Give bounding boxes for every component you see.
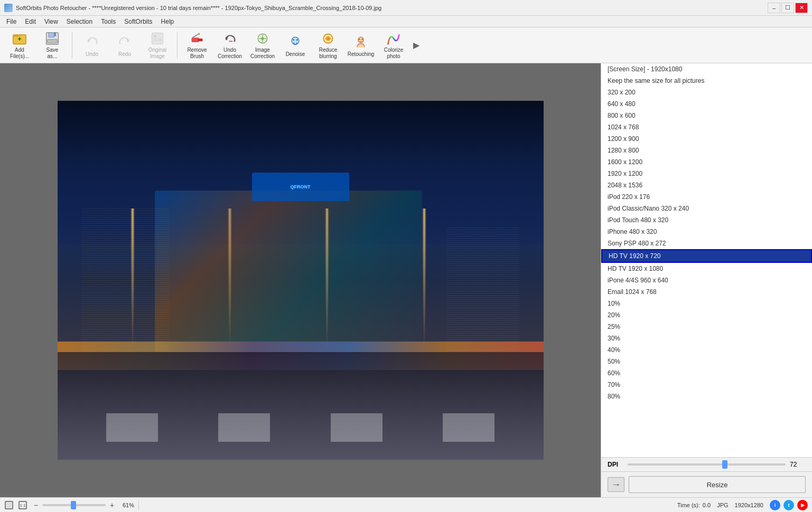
redo-icon xyxy=(116,33,133,50)
dropdown-item-16[interactable]: HD TV 1920 x 720 xyxy=(601,249,812,263)
dropdown-item-26[interactable]: 60% xyxy=(601,367,812,379)
undo-icon xyxy=(83,33,100,50)
dpi-slider[interactable] xyxy=(628,463,786,466)
dropdown-item-12[interactable]: iPod Classic/Nano 320 x 240 xyxy=(601,203,812,214)
twitter-button[interactable]: t xyxy=(783,500,794,510)
zoom-slider-container: − + xyxy=(32,501,116,509)
dropdown-item-14[interactable]: iPhone 480 x 320 xyxy=(601,226,812,238)
menu-help[interactable]: Help xyxy=(157,17,179,26)
close-button[interactable]: ✕ xyxy=(795,3,808,13)
photo-image: QFRONT xyxy=(58,101,544,460)
more-tools-icon: ▶ xyxy=(413,40,419,50)
dropdown-item-24[interactable]: 40% xyxy=(601,344,812,356)
dropdown-item-21[interactable]: 20% xyxy=(601,309,812,321)
svg-point-21 xyxy=(292,37,299,44)
resolution-text: 1920x1280 xyxy=(735,502,763,508)
title-text: SoftOrbits Photo Retoucher - ****Unregis… xyxy=(16,5,381,11)
dropdown-item-19[interactable]: Email 1024 x 768 xyxy=(601,286,812,298)
folder-add-icon: + xyxy=(11,31,28,46)
dropdown-item-25[interactable]: 50% xyxy=(601,356,812,367)
denoise-icon xyxy=(287,33,304,50)
dpi-label: DPI xyxy=(608,461,623,468)
menu-softorbits[interactable]: SoftOrbits xyxy=(120,17,156,26)
dropdown-item-27[interactable]: 70% xyxy=(601,379,812,391)
main-area: QFRONT [Screen Size] - 1920x1080Keep the… xyxy=(0,63,812,497)
dropdown-item-22[interactable]: 25% xyxy=(601,321,812,333)
zoom-actual-icon[interactable]: 1:1 xyxy=(18,500,27,510)
dropdown-item-7[interactable]: 1280 x 800 xyxy=(601,145,812,156)
app-icon xyxy=(4,4,13,12)
more-tools-button[interactable]: ▶ xyxy=(411,30,422,61)
resize-preset-dropdown[interactable]: [Screen Size] - 1920x1080Keep the same s… xyxy=(601,63,812,457)
undo-button[interactable]: Undo xyxy=(77,30,107,61)
menu-selection[interactable]: Selection xyxy=(62,17,97,26)
dropdown-item-3[interactable]: 640 x 480 xyxy=(601,98,812,110)
svg-marker-7 xyxy=(87,39,90,43)
zoom-slider-thumb[interactable] xyxy=(71,501,76,509)
svg-rect-5 xyxy=(54,32,57,36)
dropdown-item-17[interactable]: HD TV 1920 x 1080 xyxy=(601,263,812,274)
title-bar-controls[interactable]: – ☐ ✕ xyxy=(768,3,808,13)
svg-point-28 xyxy=(361,39,363,40)
dropdown-item-1[interactable]: Keep the same size for all pictures xyxy=(601,75,812,87)
dropdown-item-11[interactable]: iPod 220 x 176 xyxy=(601,191,812,203)
info-button[interactable]: i xyxy=(770,500,780,510)
undo-correction-button[interactable]: UndoCorrection xyxy=(214,30,245,61)
svg-line-13 xyxy=(192,34,199,37)
svg-rect-11 xyxy=(192,37,199,42)
undo-correction-icon xyxy=(221,31,238,46)
reduce-blurring-button[interactable]: Reduceblurring xyxy=(313,30,343,61)
redo-label: Redo xyxy=(118,51,131,57)
save-icon xyxy=(44,31,61,46)
status-bar: 1:1 − + 61% Time (s): 0.0 JPG 1920x1280 … xyxy=(0,497,812,512)
colorize-label: Colorizephoto xyxy=(384,47,404,60)
menu-tools[interactable]: Tools xyxy=(97,17,120,26)
dropdown-item-18[interactable]: iPone 4/4S 960 x 640 xyxy=(601,274,812,286)
dropdown-item-4[interactable]: 800 x 600 xyxy=(601,110,812,121)
denoise-button[interactable]: Denoise xyxy=(280,30,311,61)
retouching-button[interactable]: Retouching xyxy=(346,30,376,61)
save-as-button[interactable]: Saveas... xyxy=(37,30,68,61)
status-right: Time (s): 0.0 JPG 1920x1280 i t ▶ xyxy=(677,500,808,510)
resize-arrow-icon: → xyxy=(608,477,624,492)
dropdown-item-10[interactable]: 2048 x 1536 xyxy=(601,179,812,191)
dpi-row: DPI 72 xyxy=(601,457,812,471)
dropdown-item-5[interactable]: 1024 x 768 xyxy=(601,121,812,133)
add-files-label: AddFile(s)... xyxy=(10,47,29,60)
colorize-photo-button[interactable]: Colorizephoto xyxy=(378,30,409,61)
zoom-slider-track[interactable] xyxy=(42,504,106,506)
denoise-label: Denoise xyxy=(286,51,305,57)
redo-button[interactable]: Redo xyxy=(109,30,140,61)
dropdown-item-2[interactable]: 320 x 200 xyxy=(601,87,812,98)
image-correction-button[interactable]: ImageCorrection xyxy=(247,30,278,61)
dropdown-item-15[interactable]: Sony PSP 480 x 272 xyxy=(601,238,812,249)
zoom-level-text: 61% xyxy=(123,502,134,508)
dpi-slider-thumb[interactable] xyxy=(722,460,727,469)
dropdown-item-8[interactable]: 1600 x 1200 xyxy=(601,156,812,168)
add-files-button[interactable]: + AddFile(s)... xyxy=(4,30,35,61)
dropdown-item-20[interactable]: 10% xyxy=(601,298,812,309)
menu-file[interactable]: File xyxy=(2,17,21,26)
social-buttons: i t ▶ xyxy=(770,500,808,510)
dropdown-item-6[interactable]: 1200 x 900 xyxy=(601,133,812,145)
maximize-button[interactable]: ☐ xyxy=(781,3,794,13)
photo-container: QFRONT xyxy=(58,101,544,460)
dropdown-item-28[interactable]: 80% xyxy=(601,391,812,402)
menu-view[interactable]: View xyxy=(40,17,62,26)
dropdown-item-9[interactable]: 1920 x 1200 xyxy=(601,168,812,179)
zoom-in-button[interactable]: + xyxy=(108,501,116,509)
zoom-fit-icon[interactable] xyxy=(4,500,14,510)
svg-point-22 xyxy=(293,39,295,41)
dropdown-item-23[interactable]: 30% xyxy=(601,333,812,344)
youtube-button[interactable]: ▶ xyxy=(797,500,808,510)
original-image-button[interactable]: OriginalImage xyxy=(142,30,173,61)
menu-edit[interactable]: Edit xyxy=(21,17,40,26)
zoom-out-button[interactable]: − xyxy=(32,501,40,509)
resize-button[interactable]: Resize xyxy=(629,476,806,493)
minimize-button[interactable]: – xyxy=(768,3,780,13)
title-bar-left: SoftOrbits Photo Retoucher - ****Unregis… xyxy=(4,4,381,12)
dropdown-item-0[interactable]: [Screen Size] - 1920x1080 xyxy=(601,63,812,75)
remove-brush-button[interactable]: RemoveBrush xyxy=(182,30,212,61)
remove-brush-icon xyxy=(189,31,206,46)
dropdown-item-13[interactable]: iPod Touch 480 x 320 xyxy=(601,214,812,226)
